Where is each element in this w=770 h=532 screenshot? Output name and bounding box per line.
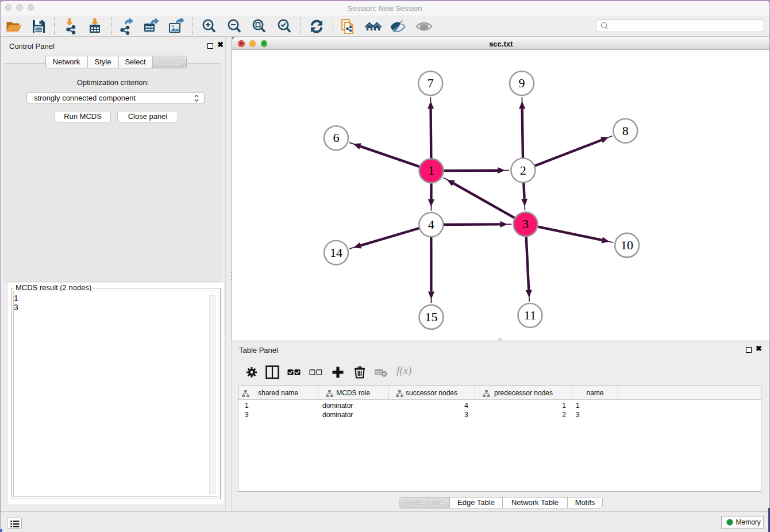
svg-text:15: 15 [425, 310, 438, 324]
svg-text:7: 7 [428, 76, 434, 90]
svg-text:2: 2 [520, 163, 526, 177]
svg-text:3: 3 [522, 217, 529, 231]
svg-text:9: 9 [519, 76, 525, 90]
svg-text:6: 6 [333, 130, 340, 145]
svg-text:10: 10 [621, 238, 633, 252]
svg-text:14: 14 [330, 245, 342, 260]
svg-text:11: 11 [524, 308, 536, 322]
svg-text:4: 4 [428, 217, 434, 232]
svg-text:1: 1 [428, 163, 434, 178]
svg-text:8: 8 [622, 124, 629, 138]
